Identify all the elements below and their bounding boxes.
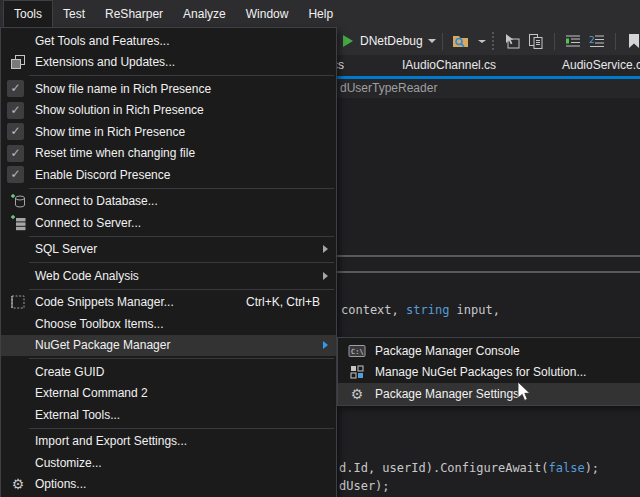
chevron-down-icon[interactable] (428, 39, 436, 43)
console-icon: C:\ (345, 340, 369, 362)
svg-text:2: 2 (589, 35, 595, 45)
menu-item-import-export-settings[interactable]: Import and Export Settings... (1, 431, 336, 453)
content-right: DNetDebug (330, 27, 640, 497)
extensions-icon (6, 52, 30, 74)
start-debug-icon[interactable] (338, 31, 358, 51)
menu-item-nuget-package-manager[interactable]: NuGet Package Manager (1, 335, 336, 357)
check-icon: ✓ (7, 166, 24, 183)
menubar-item-test[interactable]: Test (53, 0, 95, 27)
check-icon: ✓ (7, 80, 24, 97)
shortcut-label: Ctrl+K, Ctrl+B (246, 295, 320, 309)
gear-icon: ⚙ (6, 474, 30, 496)
database-icon (6, 191, 30, 213)
menubar-item-analyze[interactable]: Analyze (173, 0, 236, 27)
menu-item-show-solution[interactable]: ✓ Show solution in Rich Presence (1, 100, 336, 122)
document-tab-strip: cs IAudioChannel.cs AudioService.cs (330, 55, 640, 76)
editor-splitter-line (333, 255, 640, 257)
menu-item-enable-discord-presence[interactable]: ✓ Enable Discord Presence (1, 164, 336, 186)
tools-menu: Get Tools and Features... Extensions and… (0, 27, 337, 497)
menu-separator (29, 289, 334, 290)
code-line: dUser); (339, 479, 390, 493)
menu-item-external-tools[interactable]: External Tools... (1, 404, 336, 426)
toolbar-separator (442, 33, 443, 50)
menu-item-show-time[interactable]: ✓ Show time in Rich Presence (1, 121, 336, 143)
breadcrumb: dUserTypeReader (340, 81, 437, 95)
check-icon: ✓ (7, 102, 24, 119)
toolbar: DNetDebug (330, 27, 640, 55)
menu-separator (29, 358, 334, 359)
submenu-arrow-icon (323, 272, 328, 280)
menu-item-reset-time[interactable]: ✓ Reset time when changing file (1, 143, 336, 165)
menu-item-create-guid[interactable]: Create GUID (1, 361, 336, 383)
check-icon: ✓ (7, 123, 24, 140)
code-editor[interactable]: context, string input, gureAwait(false);… (330, 98, 640, 497)
editor-splitter-line (333, 271, 640, 273)
check-icon: ✓ (7, 145, 24, 162)
menubar-item-tools[interactable]: Tools (3, 0, 53, 27)
menu-item-connect-to-server[interactable]: Connect to Server... (1, 212, 336, 234)
gear-icon: ⚙ (345, 383, 369, 405)
menu-separator (29, 236, 334, 237)
copy-lines-icon[interactable] (526, 31, 546, 51)
menu-item-get-tools-and-features[interactable]: Get Tools and Features... (1, 30, 336, 52)
menubar-item-help[interactable]: Help (298, 0, 343, 27)
tab-iaudiochannel[interactable]: IAudioChannel.cs (402, 58, 496, 72)
menu-item-web-code-analysis[interactable]: Web Code Analysis (1, 265, 336, 287)
menubar-item-window[interactable]: Window (236, 0, 299, 27)
format-document-icon[interactable] (563, 31, 583, 51)
menu-item-connect-to-database[interactable]: Connect to Database... (1, 191, 336, 213)
server-icon (6, 212, 30, 234)
menu-item-options[interactable]: ⚙ Options... (1, 474, 336, 496)
code-line: d.Id, userId).ConfigureAwait(false); (339, 461, 599, 475)
manage-packages-icon (345, 362, 369, 384)
vs-window: Tools Test ReSharper Analyze Window Help… (0, 0, 640, 497)
find-dropdown-chevron-icon[interactable] (478, 40, 486, 43)
navigation-bar[interactable]: dUserTypeReader (330, 79, 640, 98)
menu-item-choose-toolbox-items[interactable]: Choose Toolbox Items... (1, 313, 336, 335)
menu-item-show-file-name[interactable]: ✓ Show file name in Rich Presence (1, 78, 336, 100)
menu-item-external-command-2[interactable]: External Command 2 (1, 383, 336, 405)
snippets-icon (6, 292, 30, 314)
nuget-submenu: C:\ Package Manager Console Manage NuGet… (337, 337, 640, 406)
toolbar-grip[interactable] (492, 32, 494, 50)
submenu-arrow-icon (323, 245, 328, 253)
menu-separator (29, 75, 334, 76)
menu-item-sql-server[interactable]: SQL Server (1, 239, 336, 261)
toolbar-separator (615, 33, 616, 50)
submenu-item-package-manager-settings[interactable]: ⚙ Package Manager Settings (338, 383, 640, 405)
menu-bar: Tools Test ReSharper Analyze Window Help (0, 0, 640, 27)
run-configuration-dropdown[interactable]: DNetDebug (360, 34, 423, 48)
submenu-item-manage-nuget-packages[interactable]: Manage NuGet Packages for Solution... (338, 362, 640, 384)
menu-item-extensions-and-updates[interactable]: Extensions and Updates... (1, 52, 336, 74)
menubar-item-resharper[interactable]: ReSharper (95, 0, 173, 27)
menu-item-code-snippets-manager[interactable]: Code Snippets Manager... Ctrl+K, Ctrl+B (1, 292, 336, 314)
menu-separator (29, 188, 334, 189)
submenu-item-package-manager-console[interactable]: C:\ Package Manager Console (338, 340, 640, 362)
submenu-arrow-icon (323, 341, 328, 349)
menu-item-customize[interactable]: Customize... (1, 452, 336, 474)
tab-audioservice[interactable]: AudioService.cs (562, 58, 640, 72)
menu-separator (29, 262, 334, 263)
find-in-files-icon[interactable] (451, 31, 471, 51)
code-line: context, string input, (341, 303, 500, 317)
toolbar-separator (554, 33, 555, 50)
menu-separator (29, 428, 334, 429)
navigate-to-icon[interactable] (502, 31, 522, 51)
svg-text:C:\: C:\ (351, 348, 364, 356)
bookmark-icon[interactable] (624, 31, 640, 51)
mouse-cursor (517, 381, 533, 407)
format-selection-icon[interactable]: 2 (587, 31, 607, 51)
